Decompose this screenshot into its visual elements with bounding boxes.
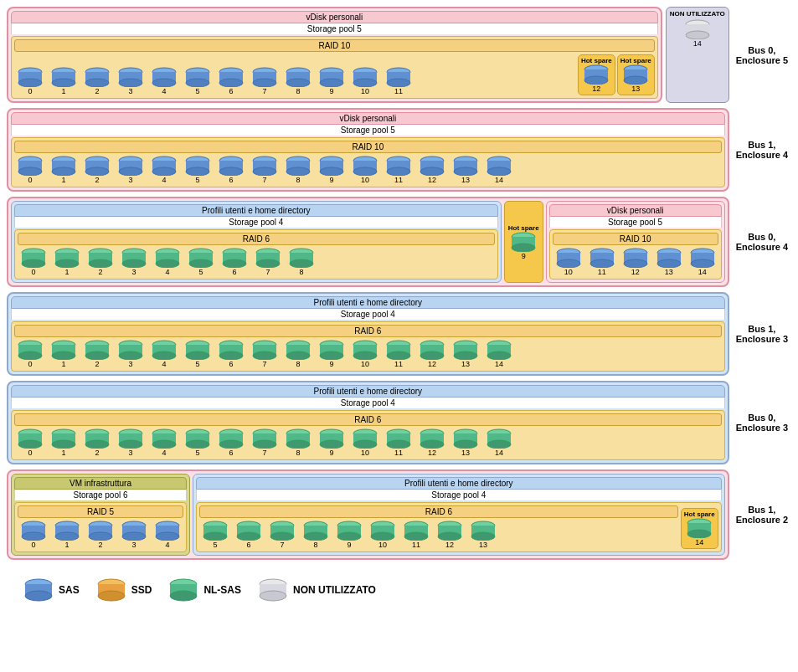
disk-item: 6 <box>215 67 247 95</box>
disk-item: 0 <box>14 428 46 457</box>
svg-point-206 <box>286 440 310 449</box>
legend-ssd: SSD <box>96 578 152 602</box>
disk-item: 10 <box>349 340 381 368</box>
svg-point-11 <box>119 79 142 87</box>
pool4-label-bus1enc3: Storage pool 4 <box>11 309 725 320</box>
enclosure-bus1-enc2: VM infrastruttura Storage pool 6 RAID 5 … <box>7 469 791 560</box>
disk-item: 3 <box>115 428 147 457</box>
disk-item: 7 <box>249 428 281 457</box>
hotspare-13: Hot spare 13 <box>617 54 655 95</box>
svg-point-5 <box>52 79 75 87</box>
hotspare-12: Hot spare 12 <box>578 54 615 95</box>
svg-point-101 <box>122 259 146 268</box>
svg-point-95 <box>55 259 79 268</box>
disk-item: 13 <box>467 521 499 549</box>
svg-point-14 <box>152 79 176 87</box>
unused-14: NON UTILIZZATO 14 <box>666 7 729 103</box>
svg-point-248 <box>270 532 294 541</box>
svg-point-68 <box>253 167 276 176</box>
svg-point-158 <box>253 351 276 360</box>
vdisk-label-enc5: vDisk personali <box>11 11 658 23</box>
svg-point-74 <box>320 167 343 176</box>
svg-point-239 <box>156 532 179 541</box>
svg-point-56 <box>119 167 142 176</box>
disk-item: 8 <box>282 428 314 457</box>
svg-point-188 <box>85 440 109 449</box>
disk-item: 14 <box>483 156 515 184</box>
disk-item: 1 <box>48 428 80 457</box>
svg-point-266 <box>471 532 495 541</box>
profili-label-bus1enc3: Profili utenti e home directory <box>11 296 725 309</box>
raid6-label-right-bus1enc2: RAID 6 <box>199 505 678 518</box>
vdisk-label-right-bus0enc4: vDisk personali <box>549 204 722 217</box>
disk-item: 11 <box>400 521 432 549</box>
svg-point-170 <box>387 351 410 360</box>
svg-point-182 <box>18 440 42 449</box>
disk-item: 3 <box>115 67 147 95</box>
svg-point-164 <box>320 351 343 360</box>
pool-label-bus1enc4: Storage pool 5 <box>11 125 725 136</box>
profili-label-right-bus1enc2: Profili utenti e home directory <box>196 477 722 490</box>
raid6-label-bus1enc3: RAID 6 <box>14 325 722 337</box>
legend-nlsas-label: NL-SAS <box>203 584 241 596</box>
disk-item: 9 <box>316 428 348 457</box>
raid6-label-bus0enc4: RAID 6 <box>18 233 495 245</box>
raid-label-bus1enc4: RAID 10 <box>14 141 722 153</box>
svg-point-194 <box>152 440 176 449</box>
svg-point-59 <box>152 167 176 176</box>
disk-item: 8 <box>286 248 317 276</box>
svg-point-269 <box>687 530 711 538</box>
disk-item: 10 <box>553 248 584 276</box>
svg-point-86 <box>454 167 477 176</box>
disk-item: 5 <box>182 156 214 184</box>
svg-point-98 <box>89 259 112 268</box>
svg-point-20 <box>219 79 243 87</box>
disk-item: 12 <box>416 156 448 184</box>
enclosure-bus1-enc3: Profili utenti e home directory Storage … <box>7 292 791 376</box>
disk-item: 13 <box>653 248 685 276</box>
disk-item: 8 <box>282 156 314 184</box>
svg-point-218 <box>420 440 444 449</box>
svg-point-41 <box>624 76 647 85</box>
disk-item: 6 <box>233 521 265 549</box>
svg-point-179 <box>487 351 511 360</box>
disk-item: 2 <box>81 340 113 368</box>
disk-item: 6 <box>215 156 247 184</box>
raid-label-enc5: RAID 10 <box>14 39 655 52</box>
svg-point-176 <box>454 351 477 360</box>
disk-item: 1 <box>48 340 80 368</box>
disk-item: 3 <box>118 248 150 276</box>
disk-item: 5 <box>199 521 231 549</box>
disk-item: 2 <box>81 67 113 95</box>
enclosure-bus0-enc4: Profili utenti e home directory Storage … <box>7 197 791 287</box>
svg-point-8 <box>85 79 109 87</box>
pool5-label-right-bus0enc4: Storage pool 5 <box>549 217 722 228</box>
disk-item: 13 <box>450 340 481 368</box>
svg-point-65 <box>219 167 243 176</box>
svg-point-224 <box>487 440 511 449</box>
enc-label-bus0-enc5: Bus 0, Enclosure 5 <box>733 7 791 103</box>
disk-item: 0 <box>14 340 46 368</box>
pool6-label-bus1enc2: Storage pool 6 <box>14 490 187 500</box>
svg-point-242 <box>203 532 227 541</box>
svg-point-140 <box>52 351 75 360</box>
svg-point-146 <box>119 351 142 360</box>
svg-point-152 <box>186 351 209 360</box>
svg-point-116 <box>290 259 313 268</box>
svg-point-122 <box>557 259 580 268</box>
svg-point-260 <box>404 532 428 541</box>
svg-point-83 <box>420 167 444 176</box>
disk-item: 14 <box>687 248 718 276</box>
svg-point-26 <box>286 79 310 87</box>
svg-point-263 <box>438 532 461 541</box>
disk-item: 7 <box>266 521 298 549</box>
disk-item: 10 <box>367 521 399 549</box>
svg-point-131 <box>657 259 681 268</box>
legend: SAS SSD NL-SAS NON UTILIZZATO <box>7 568 791 612</box>
svg-point-233 <box>89 532 112 541</box>
disk-item: 8 <box>282 67 314 95</box>
svg-point-128 <box>624 259 647 268</box>
svg-point-134 <box>691 259 714 268</box>
svg-point-161 <box>286 351 310 360</box>
svg-point-35 <box>387 79 410 87</box>
